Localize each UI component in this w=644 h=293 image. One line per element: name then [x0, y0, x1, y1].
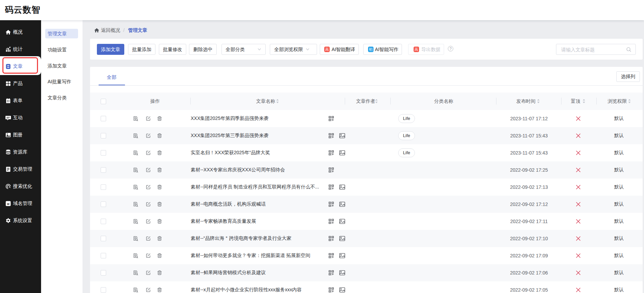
svg-text:w: w — [7, 202, 10, 206]
